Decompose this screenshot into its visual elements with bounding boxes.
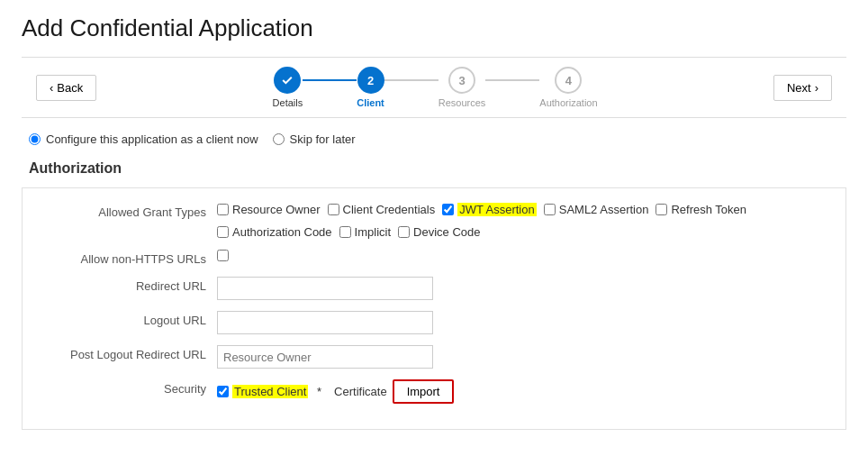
non-https-label: Allow non-HTTPS URLs — [37, 250, 217, 266]
configure-option: Configure this application as a client n… — [29, 132, 258, 146]
post-logout-row: Post Logout Redirect URL — [37, 345, 831, 369]
back-button[interactable]: ‹ Back — [36, 75, 96, 101]
wizard-steps: Details 2 Client 3 Resources — [96, 67, 773, 108]
grant-client-credentials: Client Credentials — [328, 203, 436, 216]
grant-jwt-assertion: JWT Assertion — [442, 203, 537, 216]
skip-radio[interactable] — [273, 133, 285, 145]
authorization-code-checkbox[interactable] — [217, 226, 229, 238]
grant-authorization-code: Authorization Code — [217, 225, 332, 239]
client-credentials-label: Client Credentials — [343, 203, 436, 216]
skip-label: Skip for later — [290, 132, 356, 146]
authorization-form: Allowed Grant Types Resource Owner Clien… — [22, 187, 846, 430]
trusted-client-item: Trusted Client — [217, 385, 308, 398]
page-container: Add Confidential Application ‹ Back Deta… — [0, 0, 868, 451]
non-https-row: Allow non-HTTPS URLs — [37, 250, 831, 266]
skip-option: Skip for later — [273, 132, 356, 146]
certificate-label: Certificate — [334, 385, 387, 398]
connector-2-3 — [384, 79, 439, 81]
grant-resource-owner: Resource Owner — [217, 203, 321, 216]
implicit-checkbox[interactable] — [339, 226, 351, 238]
logout-url-label: Logout URL — [37, 311, 217, 327]
grant-device-code: Device Code — [398, 225, 480, 239]
post-logout-content — [217, 345, 831, 369]
resource-owner-checkbox[interactable] — [217, 204, 229, 215]
connector-1-2 — [303, 79, 357, 81]
step-circle-client: 2 — [357, 67, 384, 94]
connector-3-4 — [485, 79, 539, 81]
logout-url-row: Logout URL — [37, 311, 831, 334]
refresh-token-checkbox[interactable] — [656, 204, 667, 215]
next-arrow-icon: › — [815, 81, 818, 95]
back-arrow-icon: ‹ — [50, 81, 53, 95]
configure-label: Configure this application as a client n… — [46, 132, 258, 146]
security-content: Trusted Client * Certificate Import — [217, 379, 831, 404]
jwt-assertion-checkbox[interactable] — [442, 204, 454, 215]
post-logout-label: Post Logout Redirect URL — [37, 345, 217, 361]
grant-types-label: Allowed Grant Types — [37, 203, 217, 219]
step-details: Details — [273, 67, 303, 108]
next-button[interactable]: Next › — [773, 75, 832, 101]
logout-url-input[interactable] — [217, 311, 433, 334]
resource-owner-label: Resource Owner — [232, 203, 321, 216]
saml2-assertion-label: SAML2 Assertion — [559, 203, 649, 216]
step-circle-authorization: 4 — [555, 67, 582, 94]
page-title: Add Confidential Application — [22, 14, 846, 42]
configure-radio[interactable] — [29, 133, 41, 145]
saml2-assertion-checkbox[interactable] — [544, 204, 556, 215]
asterisk: * — [313, 385, 321, 398]
security-label: Security — [37, 379, 217, 396]
wizard-bar: ‹ Back Details 2 Client — [22, 57, 846, 118]
step-label-client: Client — [357, 97, 384, 108]
redirect-url-label: Redirect URL — [37, 277, 217, 293]
security-row: Security Trusted Client * Certificate Im… — [37, 379, 831, 404]
grant-implicit: Implicit — [339, 225, 391, 239]
step-client: 2 Client — [357, 67, 384, 108]
step-label-resources: Resources — [439, 97, 486, 108]
refresh-token-label: Refresh Token — [671, 203, 746, 216]
import-button[interactable]: Import — [393, 379, 455, 404]
post-logout-input[interactable] — [217, 345, 433, 369]
implicit-label: Implicit — [355, 225, 391, 239]
trusted-client-label: Trusted Client — [232, 385, 308, 398]
client-credentials-checkbox[interactable] — [328, 204, 339, 215]
logout-url-content — [217, 311, 831, 334]
non-https-checkbox[interactable] — [217, 250, 229, 261]
step-label-authorization: Authorization — [539, 97, 597, 108]
step-circle-resources: 3 — [448, 67, 475, 94]
device-code-label: Device Code — [413, 225, 480, 239]
step-resources: 3 Resources — [439, 67, 486, 108]
grant-saml2-assertion: SAML2 Assertion — [544, 203, 649, 216]
authorization-section: Authorization Allowed Grant Types Resour… — [22, 160, 846, 430]
device-code-checkbox[interactable] — [398, 226, 410, 238]
redirect-url-content — [217, 277, 831, 300]
step-authorization: 4 Authorization — [539, 67, 597, 108]
authorization-title: Authorization — [22, 160, 846, 177]
radio-section: Configure this application as a client n… — [22, 132, 846, 146]
grant-refresh-token: Refresh Token — [656, 203, 746, 216]
trusted-client-checkbox[interactable] — [217, 386, 229, 397]
grant-types-row: Allowed Grant Types Resource Owner Clien… — [37, 203, 831, 239]
non-https-content — [217, 250, 831, 261]
jwt-assertion-label: JWT Assertion — [457, 203, 537, 216]
redirect-url-row: Redirect URL — [37, 277, 831, 300]
step-circle-details — [274, 67, 301, 94]
grant-types-content: Resource Owner Client Credentials JWT As… — [217, 203, 831, 239]
redirect-url-input[interactable] — [217, 277, 433, 300]
step-label-details: Details — [273, 97, 303, 108]
authorization-code-label: Authorization Code — [232, 225, 332, 239]
